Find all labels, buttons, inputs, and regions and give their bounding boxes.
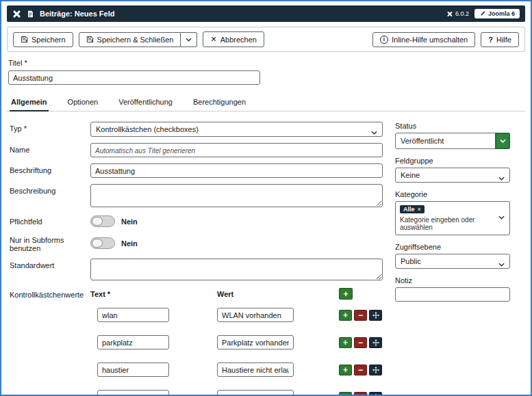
move-row-button[interactable] [369,337,382,348]
status-group: Status Veröffentlicht [395,122,510,149]
save-icon [21,36,28,43]
kategorie-tag: Alle × [400,205,425,213]
zugriff-select[interactable]: Public [395,254,510,269]
feldgruppe-label: Feldgruppe [395,157,510,165]
kategorie-tag-label: Alle [403,206,415,213]
pflichtfeld-toggle[interactable] [90,215,115,227]
remove-row-button[interactable]: − [354,392,367,396]
tab-berechtigungen[interactable]: Berechtigungen [192,94,247,111]
add-row-button[interactable]: + [339,365,352,375]
status-label: Status [395,122,510,130]
value-text-input[interactable] [97,362,169,377]
field-row-beschriftung: Beschriftung [10,163,383,178]
save-close-button[interactable]: Speichern & Schließen [79,32,181,47]
checkbox-value-row: + − [90,390,383,396]
zugriff-value: Public [401,257,421,265]
remove-row-button[interactable]: − [354,365,367,375]
zugriff-group: Zugriffsebene Public [395,243,510,269]
subforms-toggle[interactable] [90,237,115,249]
add-row-button[interactable]: + [339,310,352,321]
cancel-button[interactable]: ✕ Abbrechen [203,31,264,47]
chevron-down-icon [186,38,192,42]
name-input[interactable] [90,143,383,157]
value-text-input[interactable] [97,390,169,396]
title-label: Titel * [8,59,27,67]
beschriftung-label: Beschriftung [10,163,90,178]
add-row-button[interactable]: + [339,337,352,348]
close-icon: ✕ [210,35,216,44]
add-value-button[interactable]: + [339,288,353,300]
tag-remove-icon[interactable]: × [418,206,421,213]
move-row-button[interactable] [369,365,382,375]
top-bar: Beiträge: Neues Feld 6.0.2 Joomla 6 [7,5,525,22]
save-icon [86,36,94,43]
value-wert-input[interactable] [217,335,294,349]
move-row-button[interactable] [369,392,382,396]
field-row-name: Name [10,143,383,157]
value-wert-input[interactable] [217,362,294,377]
value-wert-input[interactable] [217,390,294,396]
field-row-werte: Kontrollkästchenwerte Text * Wert + + − [10,288,383,396]
notiz-group: Notiz [395,276,510,302]
col-wert-header: Wert [217,290,339,298]
chevron-down-icon [500,139,506,143]
inline-help-button[interactable]: i Inline-Hilfe umschalten [372,32,475,47]
pflichtfeld-label: Pflichtfeld [10,215,90,227]
user-icon [479,11,485,17]
info-icon: i [380,36,388,44]
field-row-subforms: Nur in Subforms benutzen Nein [10,233,383,252]
toolbar: Speichern Speichern & Schließen ✕ Abbrec… [7,27,525,52]
sidebar: Status Veröffentlicht Feldgruppe Keine K… [395,122,510,396]
kategorie-combobox[interactable]: Alle × Kategorie eingeben oder auswählen [395,201,510,235]
standardwert-textarea[interactable] [90,259,383,280]
field-row-beschreibung: Beschreibung [10,184,383,209]
user-menu-label: Joomla 6 [488,10,515,17]
title-section: Titel * [7,59,525,85]
user-menu-badge[interactable]: Joomla 6 [474,9,520,18]
title-input[interactable] [8,70,260,85]
save-options-toggle[interactable] [181,32,197,47]
chevron-down-icon [371,131,377,135]
move-icon [372,394,379,396]
feldgruppe-group: Feldgruppe Keine [395,157,510,183]
kategorie-placeholder: Kategorie eingeben oder auswählen [400,216,496,231]
beschreibung-textarea[interactable] [90,184,383,207]
kategorie-label: Kategorie [395,190,510,198]
subforms-label: Nur in Subforms benutzen [10,233,90,252]
field-row-standardwert: Standardwert [10,259,383,282]
value-wert-input[interactable] [217,308,294,322]
typ-label: Typ * [10,122,90,137]
tab-bar: Allgemein Optionen Veröffentlichung Bere… [7,94,525,111]
tab-veroeffentlichung[interactable]: Veröffentlichung [117,94,174,111]
werte-label: Kontrollkästchenwerte [10,288,90,396]
save-button[interactable]: Speichern [13,32,73,47]
help-button[interactable]: ? Hilfe [481,32,519,47]
notiz-label: Notiz [395,276,510,285]
tab-allgemein[interactable]: Allgemein [10,94,49,111]
joomla-logo-icon [12,10,21,18]
toggle-knob [92,217,103,226]
joomla-version-icon [447,11,453,17]
notiz-input[interactable] [395,287,510,302]
tab-optionen[interactable]: Optionen [66,94,100,111]
kategorie-group: Kategorie Alle × Kategorie eingeben oder… [395,190,510,235]
move-row-button[interactable] [369,310,382,321]
content: Typ * Kontrollkästchen (checkboxes) Name… [7,122,525,396]
value-text-input[interactable] [97,335,169,349]
add-row-button[interactable]: + [339,392,352,396]
form-left: Typ * Kontrollkästchen (checkboxes) Name… [10,122,383,396]
feldgruppe-select[interactable]: Keine [395,168,510,183]
typ-select[interactable]: Kontrollkästchen (checkboxes) [90,122,383,137]
value-text-input[interactable] [97,308,169,322]
move-icon [372,367,379,373]
page-title: Beiträge: Neues Feld [40,10,114,18]
status-select[interactable]: Veröffentlicht [395,133,510,149]
status-value: Veröffentlicht [401,137,444,145]
inline-help-label: Inline-Hilfe umschalten [392,36,468,44]
beschriftung-input[interactable] [90,163,383,178]
field-row-pflichtfeld: Pflichtfeld Nein [10,215,383,227]
name-label: Name [10,143,90,157]
remove-row-button[interactable]: − [354,337,367,348]
typ-value: Kontrollkästchen (checkboxes) [96,125,199,133]
remove-row-button[interactable]: − [354,310,367,321]
